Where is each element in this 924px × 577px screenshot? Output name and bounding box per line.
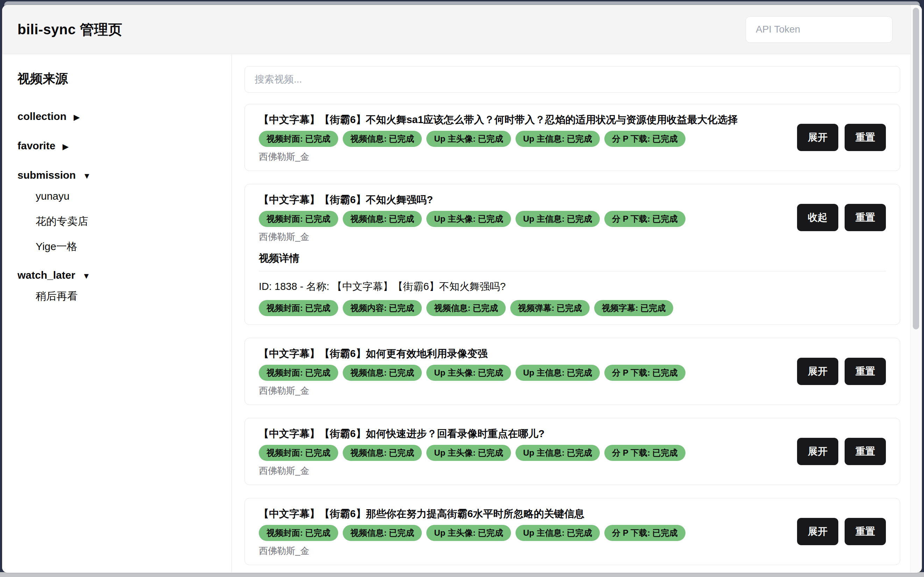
source-group-label: favorite (18, 140, 55, 152)
video-author: 西佛勒斯_金 (259, 151, 789, 162)
reset-button[interactable]: 重置 (845, 124, 886, 151)
status-badge: 视频封面: 已完成 (259, 131, 338, 147)
browser-window: bili-sync 管理页 视频来源 collection ▶ favorite… (2, 5, 922, 573)
source-group-children: 稍后再看 (18, 288, 223, 304)
video-card-list: 【中文字幕】【街霸6】不知火舞sa1应该怎么带入？何时带入？忍焰的适用状况与资源… (245, 104, 900, 572)
video-card-actions: 展开 重置 (797, 438, 886, 465)
video-card-actions: 展开 重置 (797, 124, 886, 151)
video-card-head: 【中文字幕】【街霸6】不知火舞强吗? 视频封面: 已完成视频信息: 已完成Up … (259, 193, 886, 242)
sidebar-heading: 视频来源 (18, 70, 223, 87)
source-group-label: submission (18, 169, 76, 181)
source-group-label: collection (18, 111, 66, 122)
video-title: 【中文字幕】【街霸6】不知火舞强吗? (259, 193, 789, 207)
triangle-toggle-icon: ▶ (63, 142, 69, 151)
video-author: 西佛勒斯_金 (259, 465, 789, 476)
status-badge: Up 主头像: 已完成 (426, 211, 511, 227)
status-badge: 视频信息: 已完成 (343, 131, 422, 147)
video-card-info: 【中文字幕】【街霸6】不知火舞sa1应该怎么带入？何时带入？忍焰的适用状况与资源… (259, 113, 789, 162)
status-badge: 视频封面: 已完成 (259, 365, 338, 381)
expand-toggle-button[interactable]: 收起 (797, 204, 838, 231)
status-badge-row: 视频封面: 已完成视频信息: 已完成Up 主头像: 已完成Up 主信息: 已完成… (259, 525, 789, 541)
reset-button[interactable]: 重置 (845, 438, 886, 465)
video-title: 【中文字幕】【街霸6】如何快速进步？回看录像时重点在哪儿? (259, 427, 789, 441)
status-badge: Up 主信息: 已完成 (516, 445, 600, 461)
status-badge: 视频字幕: 已完成 (594, 300, 674, 316)
video-author: 西佛勒斯_金 (259, 385, 789, 396)
video-source-tree: collection ▶ favorite ▶ submission ▼ yun… (18, 108, 223, 304)
triangle-toggle-icon: ▼ (82, 271, 90, 280)
status-badge-row: 视频封面: 已完成视频信息: 已完成Up 主头像: 已完成Up 主信息: 已完成… (259, 211, 789, 227)
status-badge: Up 主信息: 已完成 (516, 525, 600, 541)
status-badge: 视频弹幕: 已完成 (510, 300, 590, 316)
status-badge: 视频信息: 已完成 (343, 525, 422, 541)
source-group-label: watch_later (18, 269, 75, 281)
reset-button[interactable]: 重置 (845, 204, 886, 231)
status-badge: 视频内容: 已完成 (343, 300, 422, 316)
source-group-toggle[interactable]: watch_later ▼ (18, 267, 223, 284)
status-badge: 分 P 下载: 已完成 (604, 525, 685, 541)
source-group-toggle[interactable]: collection ▶ (18, 108, 223, 125)
status-badge: 视频信息: 已完成 (343, 445, 422, 461)
status-badge: 视频信息: 已完成 (426, 300, 506, 316)
status-badge: 分 P 下载: 已完成 (604, 445, 685, 461)
expand-toggle-button[interactable]: 展开 (797, 358, 838, 385)
video-card-head: 【中文字幕】【街霸6】如何更有效地利用录像变强 视频封面: 已完成视频信息: 已… (259, 347, 886, 396)
status-badge: Up 主头像: 已完成 (426, 131, 511, 147)
video-card-head: 【中文字幕】【街霸6】那些你在努力提高街霸6水平时所忽略的关键信息 视频封面: … (259, 507, 886, 556)
source-item[interactable]: 稍后再看 (18, 288, 223, 304)
video-detail-id-line: ID: 1838 - 名称: 【中文字幕】【街霸6】不知火舞强吗? (259, 280, 886, 294)
video-card: 【中文字幕】【街霸6】不知火舞强吗? 视频封面: 已完成视频信息: 已完成Up … (245, 184, 900, 325)
expand-toggle-button[interactable]: 展开 (797, 518, 838, 545)
search-input[interactable] (245, 66, 900, 93)
status-badge: Up 主头像: 已完成 (426, 445, 511, 461)
source-group: favorite ▶ (18, 138, 223, 155)
source-group: submission ▼ yunayu花的专卖店Yige一格 (18, 167, 223, 255)
status-badge: 视频信息: 已完成 (343, 211, 422, 227)
expand-toggle-button[interactable]: 展开 (797, 438, 838, 465)
video-card-actions: 展开 重置 (797, 518, 886, 545)
status-badge: Up 主信息: 已完成 (516, 131, 600, 147)
video-card-head: 【中文字幕】【街霸6】如何快速进步？回看录像时重点在哪儿? 视频封面: 已完成视… (259, 427, 886, 476)
scrollbar-thumb[interactable] (913, 8, 919, 329)
source-item[interactable]: 花的专卖店 (18, 213, 223, 229)
video-card-info: 【中文字幕】【街霸6】不知火舞强吗? 视频封面: 已完成视频信息: 已完成Up … (259, 193, 789, 242)
source-group-toggle[interactable]: submission ▼ (18, 167, 223, 184)
status-badge: 分 P 下载: 已完成 (604, 365, 685, 381)
triangle-toggle-icon: ▼ (83, 171, 91, 181)
reset-button[interactable]: 重置 (845, 518, 886, 545)
video-card: 【中文字幕】【街霸6】那些你在努力提高街霸6水平时所忽略的关键信息 视频封面: … (245, 498, 900, 565)
reset-button[interactable]: 重置 (845, 358, 886, 385)
api-token-input[interactable] (746, 16, 893, 43)
source-item[interactable]: yunayu (18, 188, 223, 204)
detail-status-badge-row: 视频封面: 已完成视频内容: 已完成视频信息: 已完成视频弹幕: 已完成视频字幕… (259, 300, 886, 316)
status-badge: 分 P 下载: 已完成 (604, 131, 685, 147)
video-author: 西佛勒斯_金 (259, 545, 789, 556)
source-item[interactable]: Yige一格 (18, 239, 223, 255)
app-header: bili-sync 管理页 (2, 5, 922, 54)
video-detail-section: 视频详情 ID: 1838 - 名称: 【中文字幕】【街霸6】不知火舞强吗? 视… (259, 251, 886, 316)
expand-toggle-button[interactable]: 展开 (797, 124, 838, 151)
video-title: 【中文字幕】【街霸6】如何更有效地利用录像变强 (259, 347, 789, 361)
sidebar: 视频来源 collection ▶ favorite ▶ submission … (2, 54, 232, 572)
video-card: 【中文字幕】【街霸6】如何快速进步？回看录像时重点在哪儿? 视频封面: 已完成视… (245, 418, 900, 485)
status-badge: 视频封面: 已完成 (259, 525, 338, 541)
status-badge: 视频信息: 已完成 (343, 365, 422, 381)
video-title: 【中文字幕】【街霸6】那些你在努力提高街霸6水平时所忽略的关键信息 (259, 507, 789, 521)
video-card-actions: 收起 重置 (797, 204, 886, 231)
video-detail-heading: 视频详情 (259, 251, 886, 266)
triangle-toggle-icon: ▶ (73, 113, 80, 122)
status-badge: 视频封面: 已完成 (259, 445, 338, 461)
source-group: collection ▶ (18, 108, 223, 125)
video-card-head: 【中文字幕】【街霸6】不知火舞sa1应该怎么带入？何时带入？忍焰的适用状况与资源… (259, 113, 886, 162)
video-card-actions: 展开 重置 (797, 358, 886, 385)
video-card-info: 【中文字幕】【街霸6】如何更有效地利用录像变强 视频封面: 已完成视频信息: 已… (259, 347, 789, 396)
video-card-info: 【中文字幕】【街霸6】那些你在努力提高街霸6水平时所忽略的关键信息 视频封面: … (259, 507, 789, 556)
status-badge-row: 视频封面: 已完成视频信息: 已完成Up 主头像: 已完成Up 主信息: 已完成… (259, 131, 789, 147)
page-title: bili-sync 管理页 (18, 20, 123, 39)
video-card-info: 【中文字幕】【街霸6】如何快速进步？回看录像时重点在哪儿? 视频封面: 已完成视… (259, 427, 789, 476)
source-group-toggle[interactable]: favorite ▶ (18, 138, 223, 155)
video-author: 西佛勒斯_金 (259, 231, 789, 242)
status-badge: Up 主信息: 已完成 (516, 365, 600, 381)
video-card: 【中文字幕】【街霸6】不知火舞sa1应该怎么带入？何时带入？忍焰的适用状况与资源… (245, 104, 900, 171)
status-badge: Up 主头像: 已完成 (426, 525, 511, 541)
